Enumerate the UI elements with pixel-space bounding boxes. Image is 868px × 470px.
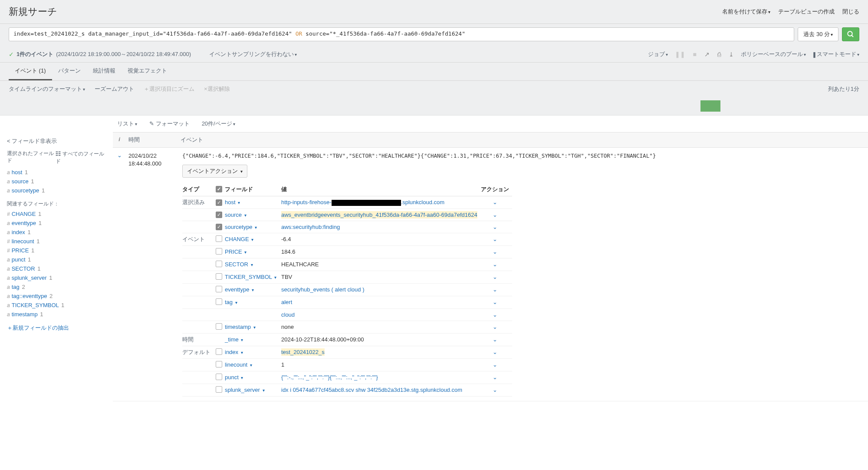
tab-events[interactable]: イベント (1) [9,63,52,80]
policy-dropdown[interactable]: ポリシーベースのプール▾ [741,50,806,58]
action-dropdown[interactable]: ⌄ [477,236,512,242]
field-link-eventtype[interactable]: eventtype ▾ [225,286,281,293]
timeline-chart[interactable] [0,97,868,116]
value-cell[interactable]: aws:securityhub:finding [281,224,477,230]
checkbox-PRICE[interactable] [216,248,222,255]
export-icon[interactable]: ⤓ [728,50,735,59]
field-sourcetype[interactable]: asourcetype 1 [7,186,106,195]
action-dropdown[interactable]: ⌄ [477,248,512,255]
field-link-PRICE[interactable]: PRICE ▾ [225,248,281,255]
create-table-button[interactable]: テーブルビューの作成 [778,8,835,16]
value-cell[interactable]: test_20241022_s [281,349,477,355]
field-timestamp[interactable]: atimestamp 1 [7,310,106,319]
field-index[interactable]: aindex 1 [7,228,106,237]
field-link-timestamp[interactable]: timestamp ▾ [225,324,281,330]
field-link-TICKER_SYMBOL[interactable]: TICKER_SYMBOL ▾ [225,274,281,280]
field-SECTOR[interactable]: aSECTOR 1 [7,264,106,273]
checkbox-all[interactable]: ✓ [216,186,222,192]
field-tag::eventtype[interactable]: atag::eventtype 2 [7,291,106,301]
field-link-punct[interactable]: punct ▾ [225,374,281,381]
extract-fields-button[interactable]: ＋新規フィールドの抽出 [7,324,106,332]
action-dropdown[interactable]: ⌄ [477,387,512,393]
value-cell[interactable]: alert [281,299,477,305]
field-link-tag[interactable]: tag ▾ [225,299,281,305]
field-link-sourcetype[interactable]: sourcetype ▾ [225,224,281,230]
action-dropdown[interactable]: ⌄ [477,349,512,355]
checkbox-linecount[interactable] [216,361,222,367]
share-icon[interactable]: ↗ [704,50,710,59]
field-TICKER_SYMBOL[interactable]: aTICKER_SYMBOL 1 [7,301,106,310]
tab-visualization[interactable]: 視覚エフェクト [122,63,173,80]
action-dropdown[interactable]: ⌄ [477,199,512,205]
field-link-SECTOR[interactable]: SECTOR ▾ [225,261,281,268]
field-link-source[interactable]: source ▾ [225,212,281,218]
time-range-picker[interactable]: 過去 30 分▾ [798,27,838,41]
sampling-dropdown[interactable]: イベントサンプリングを行わない▾ [209,50,297,58]
checkbox-TICKER_SYMBOL[interactable] [216,273,222,280]
checkbox-punct[interactable] [216,374,222,380]
all-fields-button[interactable]: ☷ すべてのフィールド [56,150,106,165]
list-dropdown[interactable]: リスト▾ [117,120,137,128]
field-link-linecount[interactable]: linecount ▾ [225,361,281,368]
expand-event-button[interactable]: ⌄ [113,148,126,401]
action-dropdown[interactable]: ⌄ [477,212,512,218]
hide-fields-button[interactable]: < フィールド非表示 [7,137,106,145]
format-button[interactable]: ✎ フォーマット [149,120,190,128]
checkbox-splunk_server[interactable] [216,386,222,393]
action-dropdown[interactable]: ⌄ [477,261,512,268]
checkbox-source[interactable]: ✓ [216,212,222,218]
checkbox-SECTOR[interactable] [216,261,222,267]
value-cell[interactable]: http-inputs-firehose-.splunkcloud.com [281,199,477,206]
field-link-host[interactable]: host ▾ [225,199,281,205]
checkbox-tag[interactable] [216,298,222,305]
value-cell[interactable]: aws_eventbridgeevents_securityhub_41f536… [281,212,477,218]
checkbox-host[interactable]: ✓ [216,199,222,206]
value-cell[interactable]: {"":-.,"":..,"_":"","":""}{"":..,"":..,"… [281,374,477,381]
field-PRICE[interactable]: #PRICE 1 [7,246,106,255]
save-as-button[interactable]: 名前を付けて保存▾ [722,8,770,16]
field-link-index[interactable]: index ▾ [225,349,281,355]
field-CHANGE[interactable]: #CHANGE 1 [7,209,106,218]
action-dropdown[interactable]: ⌄ [477,224,512,230]
checkbox-timestamp[interactable] [216,323,222,330]
field-punct[interactable]: apunct 1 [7,255,106,264]
action-dropdown[interactable]: ⌄ [477,336,512,343]
action-dropdown[interactable]: ⌄ [477,286,512,293]
search-button[interactable] [842,27,859,41]
field-tag[interactable]: atag 2 [7,282,106,291]
value-cell[interactable]: idx i 05474a677cf45abc8.scv shw 34f25db2… [281,387,477,393]
checkbox-CHANGE[interactable] [216,235,222,242]
smart-mode-dropdown[interactable]: ❚ スマートモード▾ [812,50,859,58]
per-page-dropdown[interactable]: 20件/ページ▾ [202,120,235,128]
action-dropdown[interactable]: ⌄ [477,274,512,280]
field-link-CHANGE[interactable]: CHANGE ▾ [225,236,281,242]
value-cell[interactable]: cloud [281,311,477,318]
field-eventtype[interactable]: aeventtype 1 [7,218,106,228]
action-dropdown[interactable]: ⌄ [477,361,512,368]
tab-patterns[interactable]: パターン [52,63,87,80]
timeline-format-dropdown[interactable]: タイムラインのフォーマット▾ [9,85,85,93]
search-input[interactable]: index=test_20241022_s data_manager_input… [9,27,794,41]
value-cell: none [281,324,477,330]
tab-statistics[interactable]: 統計情報 [87,63,122,80]
field-splunk_server[interactable]: asplunk_server 1 [7,273,106,282]
action-dropdown[interactable]: ⌄ [477,311,512,318]
close-button[interactable]: 閉じる [842,8,859,16]
action-dropdown[interactable]: ⌄ [477,324,512,330]
field-source[interactable]: asource 1 [7,177,106,186]
zoom-out-button[interactable]: ーズームアウト [95,85,134,93]
print-icon[interactable]: ⎙ [717,50,722,59]
event-action-dropdown[interactable]: イベントアクション ▾ [182,165,247,178]
checkbox-sourcetype[interactable]: ✓ [216,224,222,230]
value-cell[interactable]: securityhub_events ( alert cloud ) [281,286,477,293]
timeline-bar-block[interactable] [700,100,720,112]
job-dropdown[interactable]: ジョブ▾ [648,50,668,58]
field-linecount[interactable]: #linecount 1 [7,237,106,246]
field-link-_time[interactable]: _time ▾ [225,336,281,343]
action-dropdown[interactable]: ⌄ [477,374,512,381]
field-link-splunk_server[interactable]: splunk_server ▾ [225,387,281,393]
field-host[interactable]: ahost 1 [7,168,106,177]
checkbox-eventtype[interactable] [216,286,222,292]
action-dropdown[interactable]: ⌄ [477,299,512,305]
checkbox-index[interactable] [216,348,222,355]
